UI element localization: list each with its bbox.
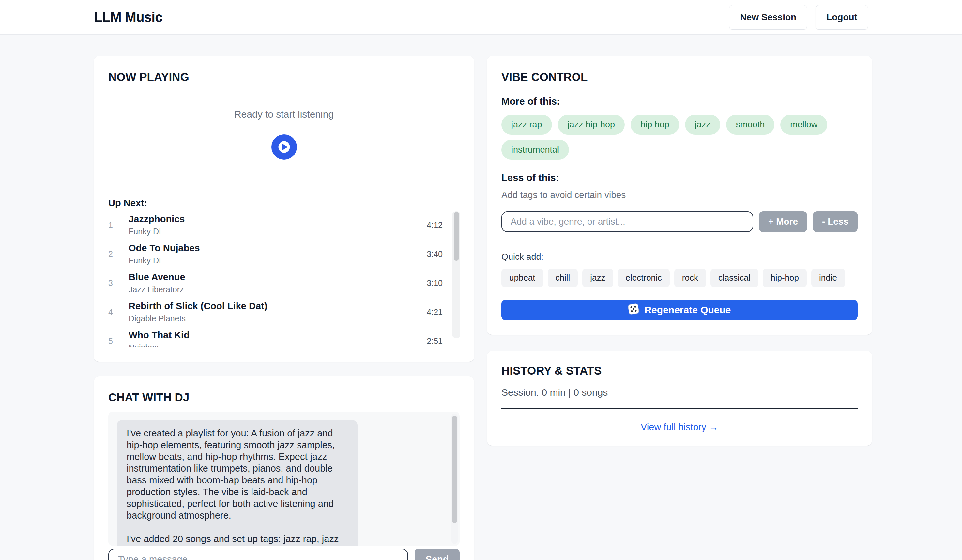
queue-track-number: 3	[108, 278, 129, 288]
vibe-control-card: VIBE CONTROL More of this: jazz rap jazz…	[487, 56, 872, 335]
queue-row[interactable]: 1 Jazzphonics Funky DL 4:12	[108, 211, 460, 240]
regenerate-queue-button[interactable]: Regenerate Queue	[501, 299, 858, 320]
play-icon	[271, 134, 297, 160]
now-playing-card: NOW PLAYING Ready to start listening Up …	[94, 56, 474, 362]
queue-track-info: Blue Avenue Jazz Liberatorz	[129, 272, 427, 294]
chat-message-input[interactable]	[108, 549, 408, 560]
quick-add-tag[interactable]: jazz	[582, 269, 613, 287]
queue-track-artist: Funky DL	[129, 256, 427, 266]
app-title: LLM Music	[94, 10, 163, 25]
queue-scrollbar	[452, 211, 460, 338]
quick-add-tag[interactable]: rock	[674, 269, 706, 287]
history-stats-card: HISTORY & STATS Session: 0 min | 0 songs…	[487, 351, 872, 446]
queue-row[interactable]: 4 Rebirth of Slick (Cool Like Dat) Digab…	[108, 298, 460, 327]
queue-track-title: Jazzphonics	[129, 214, 427, 225]
quick-add-tag[interactable]: upbeat	[501, 269, 543, 287]
queue-track-number: 1	[108, 220, 129, 230]
dj-message-bubble: I've created a playlist for you: A fusio…	[117, 420, 358, 546]
up-next-queue: 1 Jazzphonics Funky DL 4:12 2 Ode To Nuj…	[108, 211, 460, 348]
queue-track-artist: Jazz Liberatorz	[129, 285, 427, 294]
quick-add-tag[interactable]: hip-hop	[763, 269, 807, 287]
play-button[interactable]	[271, 134, 297, 160]
queue-row[interactable]: 5 Who That Kid Nujabes 2:51	[108, 327, 460, 348]
vibe-tag[interactable]: smooth	[726, 115, 775, 135]
vibe-tag[interactable]: jazz rap	[501, 115, 552, 135]
logout-button[interactable]: Logout	[815, 5, 868, 30]
send-button[interactable]: Send	[415, 549, 460, 560]
less-of-this-label: Less of this:	[501, 172, 858, 183]
vibe-tag[interactable]: instrumental	[501, 140, 569, 160]
chat-input-row: Send	[108, 549, 460, 560]
more-of-this-label: More of this:	[501, 96, 858, 107]
history-divider	[501, 409, 858, 409]
vibe-control-title: VIBE CONTROL	[501, 71, 858, 84]
main-content: NOW PLAYING Ready to start listening Up …	[0, 35, 962, 560]
player-area: Ready to start listening	[108, 84, 460, 187]
vibe-tag[interactable]: jazz hip-hop	[558, 115, 625, 135]
more-tags: jazz rap jazz hip-hop hip hop jazz smoot…	[501, 115, 858, 160]
queue-row[interactable]: 3 Blue Avenue Jazz Liberatorz 3:10	[108, 269, 460, 298]
queue-track-info: Jazzphonics Funky DL	[129, 214, 427, 236]
vibe-input[interactable]	[501, 211, 753, 232]
queue-track-title: Ode To Nujabes	[129, 243, 427, 254]
vibe-tag[interactable]: hip hop	[631, 115, 679, 135]
vibe-divider	[501, 242, 858, 242]
vibe-input-row: + More - Less	[501, 211, 858, 232]
player-status-text: Ready to start listening	[234, 109, 334, 120]
right-column: VIBE CONTROL More of this: jazz rap jazz…	[487, 56, 872, 446]
quick-add-tag[interactable]: indie	[811, 269, 845, 287]
left-column: NOW PLAYING Ready to start listening Up …	[94, 56, 474, 560]
add-less-button[interactable]: - Less	[813, 211, 858, 232]
queue-track-info: Who That Kid Nujabes	[129, 330, 427, 348]
chat-scrollbar-thumb[interactable]	[452, 415, 457, 523]
queue-track-artist: Digable Planets	[129, 314, 427, 323]
queue-track-artist: Funky DL	[129, 227, 427, 236]
history-stats-title: HISTORY & STATS	[501, 364, 858, 377]
view-full-history-link[interactable]: View full history →	[501, 422, 858, 433]
add-more-button[interactable]: + More	[759, 211, 807, 232]
quick-add-tag[interactable]: classical	[710, 269, 758, 287]
vibe-tag[interactable]: mellow	[780, 115, 827, 135]
quick-add-tag[interactable]: chill	[548, 269, 578, 287]
queue-track-number: 2	[108, 249, 129, 259]
quick-add-tags: upbeat chill jazz electronic rock classi…	[501, 269, 858, 287]
dice-icon	[628, 304, 639, 317]
queue-track-title: Who That Kid	[129, 330, 427, 341]
session-stats: Session: 0 min | 0 songs	[501, 387, 858, 398]
queue-track-title: Blue Avenue	[129, 272, 427, 283]
regenerate-queue-label: Regenerate Queue	[644, 304, 731, 315]
queue-scrollbar-thumb[interactable]	[454, 212, 459, 261]
app-header: LLM Music New Session Logout	[0, 0, 962, 35]
less-of-this-hint: Add tags to avoid certain vibes	[501, 190, 858, 200]
queue-track-number: 4	[108, 307, 129, 317]
now-playing-title: NOW PLAYING	[108, 71, 460, 84]
quick-add-tag[interactable]: electronic	[618, 269, 670, 287]
queue-track-info: Rebirth of Slick (Cool Like Dat) Digable…	[129, 301, 427, 323]
chat-card: CHAT WITH DJ I've created a playlist for…	[94, 377, 474, 560]
queue-track-number: 5	[108, 336, 129, 346]
new-session-button[interactable]: New Session	[729, 5, 807, 30]
now-playing-divider	[108, 187, 460, 187]
quick-add-label: Quick add:	[501, 252, 858, 262]
header-actions: New Session Logout	[729, 5, 868, 30]
up-next-label: Up Next:	[108, 198, 460, 209]
vibe-tag[interactable]: jazz	[685, 115, 720, 135]
queue-track-info: Ode To Nujabes Funky DL	[129, 243, 427, 266]
chat-messages: I've created a playlist for you: A fusio…	[108, 412, 460, 546]
queue-track-artist: Nujabes	[129, 343, 427, 348]
queue-row[interactable]: 2 Ode To Nujabes Funky DL 3:40	[108, 240, 460, 269]
queue-track-title: Rebirth of Slick (Cool Like Dat)	[129, 301, 427, 312]
chat-title: CHAT WITH DJ	[108, 391, 460, 404]
